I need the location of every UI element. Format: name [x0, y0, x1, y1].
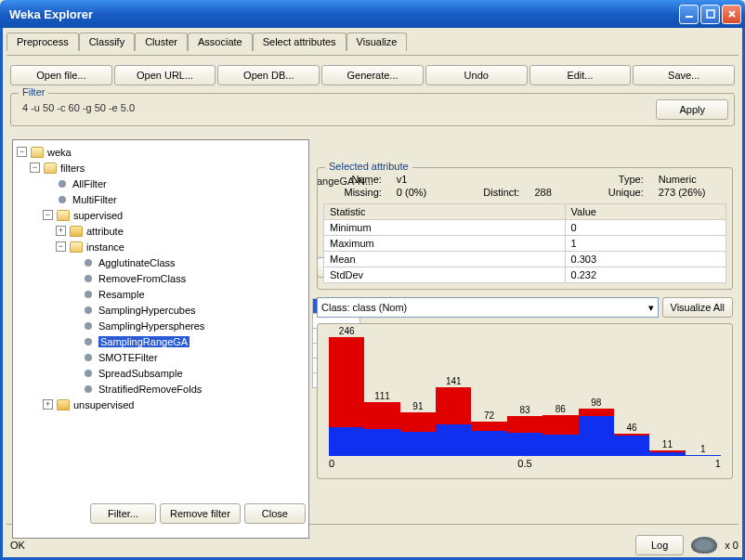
open-db-button[interactable]: Open DB...	[217, 65, 320, 85]
tree-node-filters[interactable]: filters	[60, 163, 85, 174]
tree-node-instance[interactable]: instance	[86, 241, 124, 253]
tree-leaf[interactable]: SamplingHyperspheres	[98, 320, 204, 332]
value-header: Value	[565, 204, 725, 220]
tab-preprocess[interactable]: Preprocess	[7, 33, 79, 51]
edit-button[interactable]: Edit...	[529, 65, 632, 85]
tree-node-supervised[interactable]: supervised	[73, 210, 123, 221]
leaf-icon	[59, 180, 66, 188]
remove-filter-button[interactable]: Remove filter	[160, 503, 241, 524]
leaf-icon	[85, 291, 92, 298]
missing-value: 0 (0%)	[397, 187, 448, 198]
expander-icon[interactable]: +	[56, 226, 66, 236]
filter-button[interactable]: Filter...	[90, 503, 156, 524]
type-label: Type:	[587, 174, 643, 185]
leaf-icon	[59, 196, 66, 203]
unique-label: Unique:	[587, 187, 643, 198]
close-button[interactable]	[722, 5, 741, 24]
window-titlebar: Weka Explorer	[0, 0, 745, 28]
name-value: v1	[397, 174, 448, 185]
tab-cluster[interactable]: Cluster	[135, 33, 188, 51]
folder-open-icon	[70, 241, 83, 253]
expander-icon[interactable]: +	[43, 399, 53, 410]
status-count: x 0	[725, 540, 738, 551]
selected-attribute-panel: Selected attribute Name:v1 Type:Numeric …	[317, 167, 733, 290]
tree-leaf[interactable]: AllFilter	[72, 178, 107, 189]
leaf-icon	[85, 259, 92, 267]
folder-icon	[57, 399, 70, 410]
tree-leaf[interactable]: Resample	[98, 289, 145, 300]
selected-attribute-title: Selected attribute	[325, 161, 412, 172]
expander-icon[interactable]: −	[56, 241, 66, 252]
table-row: Minimum0	[324, 220, 726, 236]
save-button[interactable]: Save...	[633, 65, 735, 85]
tree-leaf-selected[interactable]: SamplingRangeGA	[98, 336, 190, 347]
main-toolbar: Open file... Open URL... Open DB... Gene…	[7, 63, 738, 87]
maximize-button[interactable]	[700, 5, 720, 24]
tree-node-weka[interactable]: weka	[47, 147, 72, 158]
close-tree-button[interactable]: Close	[244, 503, 306, 524]
table-row: Maximum1	[324, 236, 726, 252]
leaf-icon	[85, 322, 92, 330]
leaf-icon	[85, 275, 92, 282]
leaf-icon	[85, 306, 92, 314]
histogram-bars: 246111911417283869846111	[329, 330, 721, 456]
tree-leaf[interactable]: MultiFilter	[72, 194, 117, 205]
svg-rect-0	[686, 16, 693, 18]
leaf-icon	[85, 338, 92, 345]
histogram-axis: 0 0.5 1	[329, 458, 721, 469]
visualize-all-button[interactable]: Visualize All	[662, 297, 734, 318]
tree-leaf[interactable]: AgglutinateClass	[98, 257, 176, 268]
class-select-value: Class: class (Nom)	[321, 302, 407, 313]
tree-leaf[interactable]: SpreadSubsample	[98, 368, 183, 379]
tab-visualize[interactable]: Visualize	[346, 33, 408, 51]
stat-header: Statistic	[324, 204, 566, 220]
leaf-icon	[85, 354, 92, 361]
tree-leaf[interactable]: RemoveFromClass	[98, 273, 186, 284]
tree-node-attribute[interactable]: attribute	[86, 226, 124, 237]
filter-tree[interactable]: −weka −filters AllFilter MultiFilter −su…	[12, 139, 309, 539]
missing-label: Missing:	[323, 187, 382, 198]
undo-button[interactable]: Undo	[425, 65, 528, 85]
expander-icon[interactable]: −	[43, 210, 53, 220]
folder-open-icon	[31, 147, 44, 158]
name-label: Name:	[323, 174, 382, 185]
table-row: StdDev0.232	[324, 267, 726, 283]
histogram-panel: 246111911417283869846111 0 0.5 1	[317, 323, 733, 479]
main-tabs: Preprocess Classify Cluster Associate Se…	[7, 32, 738, 50]
log-button[interactable]: Log	[635, 535, 684, 555]
folder-open-icon	[44, 163, 57, 174]
filter-group: Filter 4 -u 50 -c 60 -g 50 -e 5.0 Apply	[10, 93, 735, 126]
tree-leaf[interactable]: StratifiedRemoveFolds	[98, 384, 202, 395]
tree-leaf[interactable]: SamplingHypercubes	[98, 305, 196, 316]
statistics-table: StatisticValue Minimum0 Maximum1 Mean0.3…	[323, 203, 726, 283]
type-value: Numeric	[659, 174, 726, 185]
open-url-button[interactable]: Open URL...	[114, 65, 216, 85]
folder-icon	[70, 226, 83, 237]
status-text: OK	[7, 540, 628, 551]
filter-group-title: Filter	[19, 86, 48, 98]
apply-button[interactable]: Apply	[656, 99, 728, 120]
expander-icon[interactable]: −	[30, 163, 40, 173]
tree-bottom-buttons: Filter... Remove filter Close	[90, 503, 306, 524]
unique-value: 273 (26%)	[659, 187, 726, 198]
svg-rect-1	[707, 10, 714, 18]
window-title: Weka Explorer	[4, 7, 679, 21]
window-controls	[679, 5, 741, 24]
weka-bird-icon	[691, 537, 717, 553]
filter-config-text[interactable]: 4 -u 50 -c 60 -g 50 -e 5.0	[17, 100, 652, 119]
tree-leaf[interactable]: SMOTEFilter	[98, 352, 158, 363]
table-row: Mean0.303	[324, 252, 726, 267]
generate-button[interactable]: Generate...	[321, 65, 424, 85]
open-file-button[interactable]: Open file...	[10, 65, 112, 85]
expander-icon[interactable]: −	[17, 147, 27, 157]
class-select[interactable]: Class: class (Nom) ▾	[317, 297, 659, 318]
tab-classify[interactable]: Classify	[79, 33, 136, 51]
chevron-down-icon: ▾	[648, 302, 654, 314]
minimize-button[interactable]	[679, 5, 699, 24]
distinct-value: 288	[534, 187, 572, 198]
folder-open-icon	[57, 210, 70, 221]
tree-node-unsupervised[interactable]: unsupervised	[73, 399, 134, 410]
leaf-icon	[85, 370, 92, 377]
tab-associate[interactable]: Associate	[188, 33, 253, 51]
tab-select-attributes[interactable]: Select attributes	[253, 33, 346, 51]
